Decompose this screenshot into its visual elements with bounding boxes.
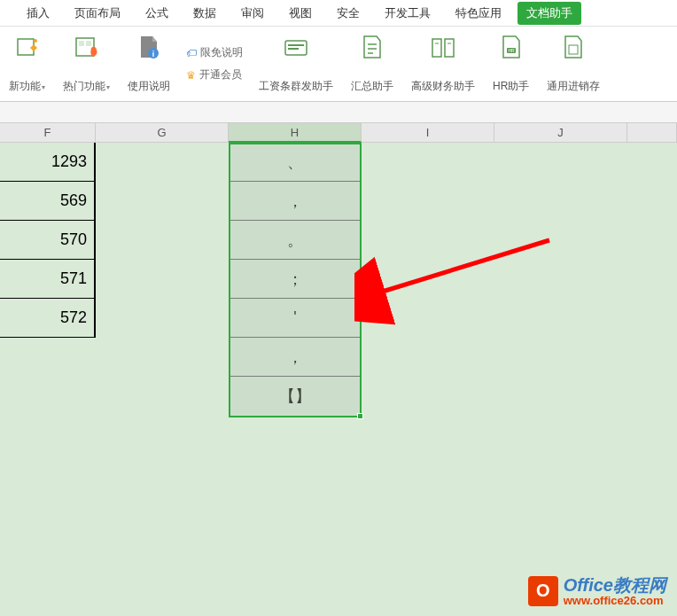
svg-rect-19 [569, 45, 578, 54]
cell[interactable]: ， [230, 182, 360, 221]
summary-icon [358, 34, 386, 62]
fire-icon [73, 34, 101, 62]
cell[interactable]: 、 [230, 143, 360, 182]
formula-bar[interactable] [0, 102, 677, 123]
ribbon-tabs: 插入 页面布局 公式 数据 审阅 视图 安全 开发工具 特色应用 文档助手 [0, 0, 677, 27]
cell[interactable]: 569 [0, 182, 96, 221]
cell[interactable]: ' [230, 299, 360, 338]
link-free-info[interactable]: 🏷 限免说明 [186, 45, 243, 60]
cell[interactable]: 【】 [230, 377, 360, 416]
tool-label: 高级财务助手 [411, 79, 475, 94]
cell[interactable]: 1293 [0, 143, 96, 182]
crown-icon: ♛ [186, 69, 196, 82]
tab-doc-helper[interactable]: 文档助手 [517, 2, 581, 25]
tab-data[interactable]: 数据 [184, 0, 225, 27]
tab-dev-tools[interactable]: 开发工具 [376, 0, 440, 27]
svg-rect-4 [86, 41, 91, 46]
tool-label: 热门功能▾ [63, 79, 110, 94]
tool-label: 工资条群发助手 [259, 79, 333, 94]
watermark-title: Office教程网 [564, 575, 666, 595]
svg-rect-3 [79, 41, 84, 46]
tool-label: 汇总助手 [351, 79, 393, 94]
tool-usage-help[interactable]: i 使用说明 [119, 34, 179, 94]
col-header-i[interactable]: I [362, 123, 494, 143]
hr-icon: HR [497, 34, 525, 62]
tool-hot-feature[interactable]: 热门功能▾ [54, 34, 119, 94]
tool-finance-helper[interactable]: 高级财务助手 [402, 34, 484, 94]
finance-icon [429, 34, 457, 62]
office-logo-icon: O [528, 576, 558, 606]
col-header-g[interactable]: G [96, 123, 229, 143]
grid-body[interactable]: 1293 569 570 571 572 、 ， 。 ； ' ， 【】 [0, 143, 677, 616]
cell[interactable]: ； [230, 260, 360, 299]
svg-text:HR: HR [508, 48, 515, 53]
svg-line-21 [377, 240, 549, 293]
svg-rect-8 [288, 44, 304, 46]
tool-payroll-helper[interactable]: 工资条群发助手 [250, 34, 342, 94]
tab-review[interactable]: 审阅 [232, 0, 273, 27]
column-headers: F G H I J [0, 123, 677, 143]
tab-insert[interactable]: 插入 [18, 0, 58, 27]
toolbar: 新功能▾ 热门功能▾ i 使用说明 🏷 限免说明 ♛ 开通会员 工资条群发助手 [0, 27, 677, 102]
tool-label: 通用进销存 [547, 79, 600, 94]
cell[interactable]: 572 [0, 299, 96, 338]
col-header-j[interactable]: J [494, 123, 627, 143]
cell[interactable]: ， [230, 338, 360, 377]
cell[interactable]: 571 [0, 260, 96, 299]
tool-label: 使用说明 [128, 79, 170, 94]
col-header-k[interactable] [627, 123, 677, 143]
arrow-annotation [354, 231, 567, 338]
tool-new-feature[interactable]: 新功能▾ [0, 34, 54, 94]
document-info-icon: i [135, 34, 163, 62]
payroll-icon [282, 34, 310, 62]
svg-rect-9 [288, 48, 299, 50]
svg-text:i: i [152, 50, 155, 58]
tool-hr-helper[interactable]: HR HR助手 [484, 34, 538, 94]
col-header-f[interactable]: F [0, 123, 96, 143]
tab-special[interactable]: 特色应用 [447, 0, 510, 27]
tool-label: HR助手 [493, 79, 529, 94]
svg-rect-14 [445, 39, 454, 57]
tag-icon: 🏷 [186, 47, 197, 59]
tool-member-links: 🏷 限免说明 ♛ 开通会员 [179, 34, 250, 94]
link-open-member[interactable]: ♛ 开通会员 [186, 67, 242, 82]
column-f-data: 1293 569 570 571 572 [0, 143, 96, 338]
tool-summary-helper[interactable]: 汇总助手 [342, 34, 402, 94]
cell[interactable]: 570 [0, 221, 96, 260]
watermark-url: www.office26.com [564, 595, 666, 607]
cell[interactable]: 。 [230, 221, 360, 260]
chevron-down-icon: ▾ [106, 83, 110, 91]
svg-point-1 [34, 39, 37, 43]
tab-formula[interactable]: 公式 [136, 0, 177, 27]
col-header-h[interactable]: H [229, 123, 362, 143]
tab-view[interactable]: 视图 [280, 0, 321, 27]
spreadsheet: F G H I J 1293 569 570 571 572 、 ， 。 ； '… [0, 123, 677, 616]
tab-page-layout[interactable]: 页面布局 [66, 0, 129, 27]
tool-label: 新功能▾ [9, 79, 45, 94]
tool-inventory-helper[interactable]: 通用进销存 [538, 34, 609, 94]
chevron-down-icon: ▾ [42, 83, 45, 91]
sparkle-icon [13, 34, 42, 62]
watermark: O Office教程网 www.office26.com [528, 575, 666, 607]
tab-security[interactable]: 安全 [328, 0, 369, 27]
svg-rect-13 [432, 39, 441, 57]
inventory-icon [559, 34, 588, 62]
